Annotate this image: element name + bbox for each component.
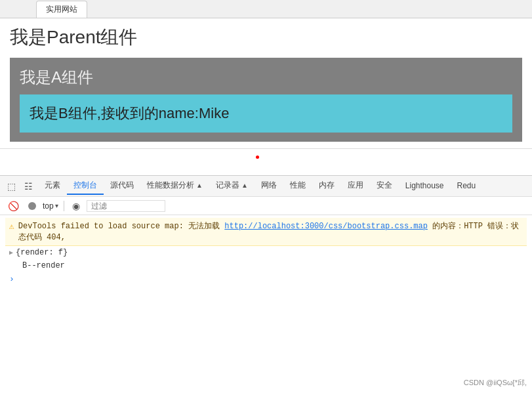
eye-icon: ◉ (72, 201, 80, 211)
stop-recording-button[interactable] (26, 201, 39, 211)
tab-redux[interactable]: Redu (451, 178, 483, 194)
parent-component-title: 我是Parent组件 (10, 25, 522, 50)
devtools-toolbar: 🚫 top ▾ ◉ (0, 197, 532, 215)
tab-performance-insights[interactable]: 性能数据分析 ▲ (140, 177, 209, 195)
tab-security[interactable]: 安全 (370, 177, 399, 195)
browser-tab-label: 实用网站 (46, 5, 77, 14)
tab-performance[interactable]: 性能 (283, 177, 312, 195)
clear-icon: 🚫 (8, 201, 19, 211)
tab-application[interactable]: 应用 (341, 177, 370, 195)
filter-input[interactable] (87, 200, 165, 212)
console-cursor-line[interactable]: › (5, 272, 527, 286)
browser-tab-bar: 实用网站 (0, 0, 532, 18)
tab-recorder[interactable]: 记录器 ▲ (209, 177, 255, 195)
console-b-render: B--render (5, 259, 527, 272)
tab-network[interactable]: 网络 (255, 177, 283, 195)
top-label: top (43, 201, 54, 211)
stop-icon (28, 202, 36, 210)
tab-console[interactable]: 控制台 (67, 177, 104, 195)
prompt-chevron-icon: › (9, 274, 14, 284)
browser-tab[interactable]: 实用网站 (36, 1, 87, 18)
toolbar-divider (64, 201, 64, 211)
clear-console-button[interactable]: 🚫 (5, 199, 22, 213)
b-render-text: B--render (22, 261, 65, 270)
component-a-box: 我是A组件 我是B组件,接收到的name:Mike (10, 58, 522, 142)
warning-message: DevTools failed to load source map: 无法加载… (18, 220, 523, 243)
webpage-area: 我是Parent组件 我是A组件 我是B组件,接收到的name:Mike (0, 18, 532, 149)
warning-link[interactable]: http://localhost:3000/css/bootstrap.css.… (224, 222, 428, 231)
component-b-title: 我是B组件,接收到的name:Mike (30, 104, 502, 123)
console-warning-row: ⚠ DevTools failed to load source map: 无法… (5, 218, 527, 246)
devtools-tabs: ⬚ ☷ 元素 控制台 源代码 性能数据分析 ▲ 记录器 ▲ 网络 性能 内存 应… (0, 176, 532, 197)
render-obj-text: {render: f} (16, 248, 68, 257)
inspect-icon[interactable]: ⬚ (4, 179, 18, 194)
expand-arrow-icon[interactable]: ▶ (9, 249, 13, 257)
recorder-badge-icon: ▲ (241, 182, 248, 189)
middle-spacer (0, 149, 532, 175)
devtools-panel: ⬚ ☷ 元素 控制台 源代码 性能数据分析 ▲ 记录器 ▲ 网络 性能 内存 应… (0, 175, 532, 320)
watermark: CSDN @iiQSω[*邱, (464, 378, 527, 388)
perf-badge-icon: ▲ (196, 182, 203, 189)
tab-memory[interactable]: 内存 (312, 177, 341, 195)
warning-triangle-icon: ⚠ (9, 221, 14, 232)
component-a-title: 我是A组件 (20, 67, 512, 88)
tab-lighthouse[interactable]: Lighthouse (399, 178, 451, 194)
tab-sources[interactable]: 源代码 (104, 177, 140, 195)
red-dot (256, 155, 259, 159)
component-b-box: 我是B组件,接收到的name:Mike (20, 94, 512, 133)
devtools-console: ⚠ DevTools failed to load source map: 无法… (0, 215, 532, 320)
top-dropdown-icon: ▾ (55, 202, 58, 209)
eye-button[interactable]: ◉ (70, 199, 83, 213)
tab-elements[interactable]: 元素 (38, 177, 67, 195)
top-selector[interactable]: top ▾ (43, 201, 58, 211)
console-render-obj: ▶ {render: f} (5, 246, 527, 259)
device-toggle-icon[interactable]: ☷ (21, 179, 35, 194)
